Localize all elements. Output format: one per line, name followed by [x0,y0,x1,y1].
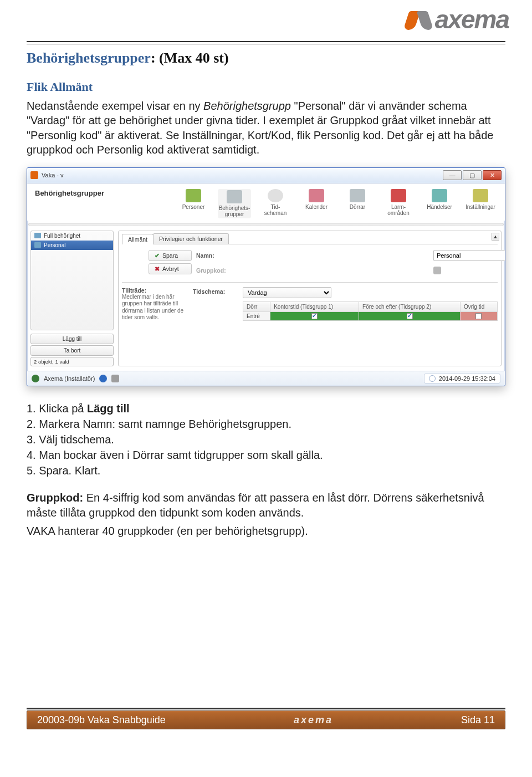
top-nav: Personer Behörighets- grupper Tid- schem… [177,189,497,218]
list-item: 3. Välj tidschema. [27,432,505,447]
app-icon [30,171,38,179]
list-item: 4. Man bockar även i Dörrar samt tidgrup… [27,447,505,463]
cancel-button[interactable]: ✖Avbryt [149,263,192,274]
logo-mark-icon [404,8,433,31]
th-other[interactable]: Övrig tid [460,301,497,311]
window-title: Vaka - v [42,172,64,178]
nav-tidscheman[interactable]: Tid- scheman [259,189,292,218]
sidebar-status: 2 objekt, 1 vald [30,357,114,366]
access-description: Medlemmar i den här gruppen har tillträd… [122,294,188,321]
nav-label: Händelser [427,204,452,210]
nav-kalender[interactable]: Kalender [300,189,333,218]
section-header: Behörighetsgrupper [35,189,104,197]
nav-behorighetsgrupper[interactable]: Behörighets- grupper [218,189,251,218]
checkbox-icon[interactable] [311,313,318,319]
sidebar-item-full[interactable]: Full behörighet [31,231,113,241]
status-time-text: 2014-09-29 15:32:04 [439,375,495,382]
cell-t2[interactable] [359,311,461,321]
intro-part-a: Nedanstående exempel visar en ny [27,100,203,112]
save-label: Spara [162,252,178,259]
brand-logo: axema [404,4,509,34]
label-name: Namn: [196,252,242,259]
tab-privilegier[interactable]: Privilegier och funktioner [153,233,229,244]
cross-icon: ✖ [155,265,160,272]
nav-label: Dörrar [350,204,365,210]
alarm-icon [391,189,406,202]
status-time: 2014-09-29 15:32:04 [424,374,500,384]
list-item: 2. Markera Namn: samt namnge Behörighets… [27,416,505,432]
clock-icon [268,189,283,202]
sidebar-item-personal[interactable]: Personal [31,241,113,250]
nav-label: Inställningar [466,204,495,210]
table-row: Entré [243,311,498,321]
th-t2[interactable]: Före och efter (Tidsgrupp 2) [359,301,461,311]
nav-personer[interactable]: Personer [177,189,210,218]
save-button[interactable]: ✔Spara [149,250,192,261]
cell-t1[interactable] [270,311,359,321]
scroll-up-button[interactable]: ▲ [492,233,499,241]
page-title-accent: Behörighetsgrupper [27,50,151,66]
cell-other[interactable] [460,311,497,321]
page-title: Behörighetsgrupper: (Max 40 st) [27,50,505,67]
nav-installningar[interactable]: Inställningar [464,189,497,218]
info-icon[interactable] [99,375,107,382]
status-user: Axema (Installatör) [44,375,95,382]
th-door[interactable]: Dörr [243,301,270,311]
calendar-icon [309,189,324,202]
window-titlebar: Vaka - v — ▢ ✕ [27,168,505,183]
label-gruppkod: Gruppkod: [196,267,242,274]
note-gruppkod: Gruppkod: En 4-siffrig kod som användas … [27,490,505,520]
app-screenshot: Vaka - v — ▢ ✕ Behörighetsgrupper Person… [27,167,505,386]
window-maximize-button[interactable]: ▢ [463,170,482,180]
cancel-label: Avbryt [162,265,179,272]
nav-label: Tid- scheman [264,204,287,216]
main-panel: ▲ Allmänt Privilegier och funktioner Nam… [118,231,502,366]
nav-label: Larm- områden [387,204,409,216]
footer-brand: axema [294,714,333,726]
window-minimize-button[interactable]: — [443,170,462,180]
list-item: 1. Klicka på Lägg till [27,401,505,416]
header-divider [28,223,504,226]
status-bar: Axema (Installatör) 2014-09-29 15:32:04 [27,371,505,386]
people-icon [186,189,201,202]
nav-larmomraden[interactable]: Larm- områden [382,189,415,218]
status-dot-icon [32,375,39,382]
sidebar-item-label: Full behörighet [44,233,80,239]
page-title-rest: : (Max 40 st) [151,50,229,66]
logo-text: axema [435,4,509,34]
footer-left: 20003-09b Vaka Snabbguide [37,714,166,726]
th-t1[interactable]: Kontorstid (Tidsgrupp 1) [270,301,359,311]
sidebar-item-label: Personal [44,242,65,248]
schedule-select[interactable]: Vardag [243,287,331,298]
nav-dorrar[interactable]: Dörrar [341,189,374,218]
section-subhead: Flik Allmänt [27,80,505,94]
nav-label: Kalender [305,204,328,210]
page-footer: 20003-09b Vaka Snabbguide axema Sida 11 [27,708,505,729]
lock-icon [433,267,441,274]
group-icon [34,233,41,238]
checkbox-icon[interactable] [407,313,413,319]
add-button[interactable]: Lägg till [30,334,114,344]
intro-paragraph: Nedanstående exempel visar en ny Behörig… [27,99,505,157]
settings-icon [473,189,488,202]
cell-door-name: Entré [243,311,270,321]
window-close-button[interactable]: ✕ [483,170,502,180]
events-icon [432,189,447,202]
checkbox-icon[interactable] [475,313,482,319]
note-vaka: VAKA hanterar 40 gruppkoder (en per behö… [27,524,505,539]
remove-button[interactable]: Ta bort [30,345,114,356]
steps-list: 1. Klicka på Lägg till 2. Markera Namn: … [27,401,505,478]
nav-label: Personer [182,204,205,210]
header-rule [27,41,505,44]
access-table: Dörr Kontorstid (Tidsgrupp 1) Före och e… [243,301,498,321]
check-icon: ✔ [155,252,160,259]
sidebar: Full behörighet Personal Lägg till Ta bo… [30,231,114,366]
list-item: 5. Spara. Klart. [27,463,505,478]
nav-handelser[interactable]: Händelser [423,189,456,218]
label-schedule: Tidschema: [193,287,238,295]
clock-icon [429,375,436,382]
name-input[interactable] [433,250,505,261]
extra-icon[interactable] [111,375,119,382]
group-icon [34,242,41,248]
tab-allmant[interactable]: Allmänt [122,234,154,244]
